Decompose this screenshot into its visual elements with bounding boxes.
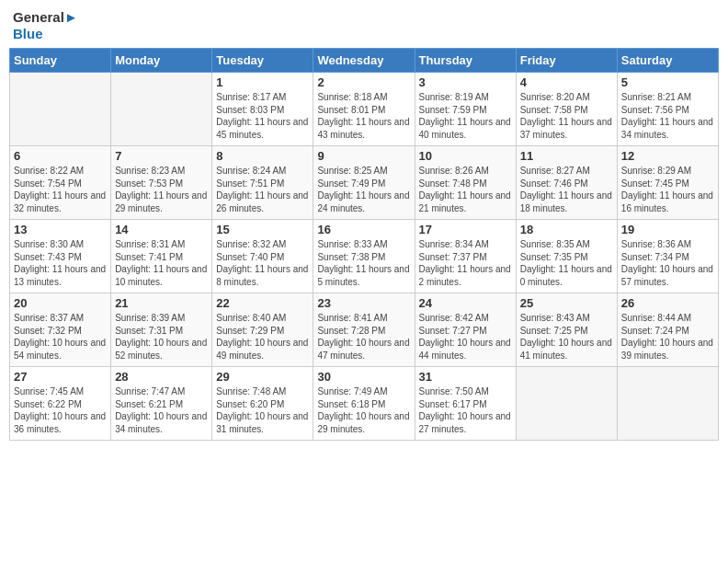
day-number: 31: [419, 370, 512, 384]
day-number: 11: [520, 149, 613, 163]
day-number: 14: [115, 223, 208, 236]
day-number: 19: [621, 223, 714, 236]
day-cell: 8Sunrise: 8:24 AMSunset: 7:51 PMDaylight…: [212, 146, 313, 220]
calendar-table: SundayMondayTuesdayWednesdayThursdayFrid…: [9, 48, 719, 441]
day-info: Sunrise: 7:50 AMSunset: 6:17 PMDaylight:…: [419, 385, 512, 435]
day-cell: 6Sunrise: 8:22 AMSunset: 7:54 PMDaylight…: [10, 146, 111, 220]
day-info: Sunrise: 7:47 AMSunset: 6:21 PMDaylight:…: [115, 385, 208, 435]
day-number: 23: [317, 296, 410, 310]
day-info: Sunrise: 7:48 AMSunset: 6:20 PMDaylight:…: [216, 385, 309, 435]
day-info: Sunrise: 7:45 AMSunset: 6:22 PMDaylight:…: [14, 385, 107, 435]
day-info: Sunrise: 8:25 AMSunset: 7:49 PMDaylight:…: [317, 165, 410, 214]
day-cell: [10, 73, 111, 146]
day-info: Sunrise: 8:32 AMSunset: 7:40 PMDaylight:…: [216, 238, 309, 288]
day-info: Sunrise: 8:20 AMSunset: 7:58 PMDaylight:…: [520, 91, 613, 141]
day-cell: 5Sunrise: 8:21 AMSunset: 7:56 PMDaylight…: [617, 73, 718, 146]
week-row-2: 6Sunrise: 8:22 AMSunset: 7:54 PMDaylight…: [10, 146, 719, 220]
day-cell: 2Sunrise: 8:18 AMSunset: 8:01 PMDaylight…: [313, 73, 415, 146]
day-info: Sunrise: 8:35 AMSunset: 7:35 PMDaylight:…: [520, 238, 613, 288]
day-number: 30: [317, 370, 410, 384]
week-row-3: 13Sunrise: 8:30 AMSunset: 7:43 PMDayligh…: [10, 220, 719, 293]
day-info: Sunrise: 8:24 AMSunset: 7:51 PMDaylight:…: [216, 165, 309, 214]
day-cell: 15Sunrise: 8:32 AMSunset: 7:40 PMDayligh…: [212, 220, 313, 293]
day-cell: 18Sunrise: 8:35 AMSunset: 7:35 PMDayligh…: [516, 220, 617, 293]
day-cell: 1Sunrise: 8:17 AMSunset: 8:03 PMDaylight…: [212, 73, 313, 146]
day-cell: 11Sunrise: 8:27 AMSunset: 7:46 PMDayligh…: [516, 146, 617, 220]
day-info: Sunrise: 8:43 AMSunset: 7:25 PMDaylight:…: [520, 312, 613, 362]
day-info: Sunrise: 8:21 AMSunset: 7:56 PMDaylight:…: [621, 91, 714, 141]
day-number: 3: [419, 75, 512, 89]
day-info: Sunrise: 8:19 AMSunset: 7:59 PMDaylight:…: [419, 91, 512, 141]
day-cell: 17Sunrise: 8:34 AMSunset: 7:37 PMDayligh…: [415, 220, 516, 293]
day-info: Sunrise: 7:49 AMSunset: 6:18 PMDaylight:…: [317, 385, 410, 435]
page-header: General► Blue: [9, 9, 719, 42]
day-info: Sunrise: 8:18 AMSunset: 8:01 PMDaylight:…: [317, 91, 410, 141]
logo-text: General► Blue: [13, 9, 78, 42]
day-info: Sunrise: 8:31 AMSunset: 7:41 PMDaylight:…: [115, 238, 208, 288]
day-info: Sunrise: 8:26 AMSunset: 7:48 PMDaylight:…: [419, 165, 512, 214]
day-number: 2: [317, 75, 410, 89]
day-cell: 9Sunrise: 8:25 AMSunset: 7:49 PMDaylight…: [313, 146, 415, 220]
weekday-header-monday: Monday: [111, 49, 212, 73]
weekday-header-saturday: Saturday: [617, 49, 718, 73]
week-row-1: 1Sunrise: 8:17 AMSunset: 8:03 PMDaylight…: [10, 73, 719, 146]
day-number: 5: [621, 75, 714, 89]
day-info: Sunrise: 8:36 AMSunset: 7:34 PMDaylight:…: [621, 238, 714, 288]
day-number: 27: [14, 370, 107, 384]
day-cell: 14Sunrise: 8:31 AMSunset: 7:41 PMDayligh…: [111, 220, 212, 293]
day-number: 20: [14, 296, 107, 310]
day-number: 1: [216, 75, 309, 89]
logo: General► Blue: [13, 9, 78, 42]
weekday-header-wednesday: Wednesday: [313, 49, 415, 73]
day-number: 6: [14, 149, 107, 163]
day-cell: 30Sunrise: 7:49 AMSunset: 6:18 PMDayligh…: [313, 367, 415, 441]
day-cell: 12Sunrise: 8:29 AMSunset: 7:45 PMDayligh…: [617, 146, 718, 220]
day-info: Sunrise: 8:44 AMSunset: 7:24 PMDaylight:…: [621, 312, 714, 362]
day-number: 10: [419, 149, 512, 163]
day-cell: 29Sunrise: 7:48 AMSunset: 6:20 PMDayligh…: [212, 367, 313, 441]
day-number: 16: [317, 223, 410, 236]
day-cell: 22Sunrise: 8:40 AMSunset: 7:29 PMDayligh…: [212, 293, 313, 367]
day-info: Sunrise: 8:40 AMSunset: 7:29 PMDaylight:…: [216, 312, 309, 362]
weekday-header-thursday: Thursday: [415, 49, 516, 73]
day-cell: 4Sunrise: 8:20 AMSunset: 7:58 PMDaylight…: [516, 73, 617, 146]
day-number: 12: [621, 149, 714, 163]
day-info: Sunrise: 8:22 AMSunset: 7:54 PMDaylight:…: [14, 165, 107, 214]
day-number: 29: [216, 370, 309, 384]
day-cell: 21Sunrise: 8:39 AMSunset: 7:31 PMDayligh…: [111, 293, 212, 367]
day-info: Sunrise: 8:41 AMSunset: 7:28 PMDaylight:…: [317, 312, 410, 362]
day-number: 21: [115, 296, 208, 310]
day-number: 17: [419, 223, 512, 236]
weekday-header-tuesday: Tuesday: [212, 49, 313, 73]
day-cell: [111, 73, 212, 146]
day-cell: 13Sunrise: 8:30 AMSunset: 7:43 PMDayligh…: [10, 220, 111, 293]
day-cell: 19Sunrise: 8:36 AMSunset: 7:34 PMDayligh…: [617, 220, 718, 293]
weekday-header-row: SundayMondayTuesdayWednesdayThursdayFrid…: [10, 49, 719, 73]
day-number: 18: [520, 223, 613, 236]
day-number: 28: [115, 370, 208, 384]
day-info: Sunrise: 8:23 AMSunset: 7:53 PMDaylight:…: [115, 165, 208, 214]
day-cell: 24Sunrise: 8:42 AMSunset: 7:27 PMDayligh…: [415, 293, 516, 367]
day-info: Sunrise: 8:39 AMSunset: 7:31 PMDaylight:…: [115, 312, 208, 362]
day-number: 25: [520, 296, 613, 310]
day-info: Sunrise: 8:33 AMSunset: 7:38 PMDaylight:…: [317, 238, 410, 288]
day-cell: 23Sunrise: 8:41 AMSunset: 7:28 PMDayligh…: [313, 293, 415, 367]
weekday-header-friday: Friday: [516, 49, 617, 73]
day-cell: 28Sunrise: 7:47 AMSunset: 6:21 PMDayligh…: [111, 367, 212, 441]
day-number: 26: [621, 296, 714, 310]
day-cell: 26Sunrise: 8:44 AMSunset: 7:24 PMDayligh…: [617, 293, 718, 367]
day-number: 8: [216, 149, 309, 163]
day-cell: 27Sunrise: 7:45 AMSunset: 6:22 PMDayligh…: [10, 367, 111, 441]
day-info: Sunrise: 8:37 AMSunset: 7:32 PMDaylight:…: [14, 312, 107, 362]
day-cell: 16Sunrise: 8:33 AMSunset: 7:38 PMDayligh…: [313, 220, 415, 293]
day-cell: [516, 367, 617, 441]
day-info: Sunrise: 8:34 AMSunset: 7:37 PMDaylight:…: [419, 238, 512, 288]
day-cell: 7Sunrise: 8:23 AMSunset: 7:53 PMDaylight…: [111, 146, 212, 220]
day-number: 15: [216, 223, 309, 236]
day-cell: 31Sunrise: 7:50 AMSunset: 6:17 PMDayligh…: [415, 367, 516, 441]
day-info: Sunrise: 8:30 AMSunset: 7:43 PMDaylight:…: [14, 238, 107, 288]
day-number: 22: [216, 296, 309, 310]
weekday-header-sunday: Sunday: [10, 49, 111, 73]
day-cell: 10Sunrise: 8:26 AMSunset: 7:48 PMDayligh…: [415, 146, 516, 220]
week-row-4: 20Sunrise: 8:37 AMSunset: 7:32 PMDayligh…: [10, 293, 719, 367]
